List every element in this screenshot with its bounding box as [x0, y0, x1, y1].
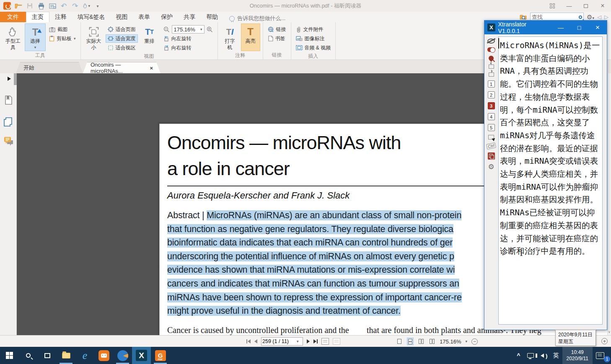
tray-chevron-icon[interactable]: ^: [513, 347, 523, 364]
close-button[interactable]: ×: [594, 0, 611, 12]
xtranslator-titlebar[interactable]: X Xtranslator V1.0.0.1 — □ ×: [484, 21, 607, 34]
select-region-icon[interactable]: [488, 135, 494, 139]
taskbar-clock[interactable]: 10:49 2020/9/11: [562, 347, 593, 364]
bookmark-button[interactable]: 书签: [266, 34, 288, 43]
robot-app-icon[interactable]: [94, 347, 113, 364]
tab-help[interactable]: 帮助: [201, 12, 223, 22]
browser-app-icon[interactable]: [113, 347, 132, 364]
actual-size-button[interactable]: 实际大小: [83, 23, 104, 51]
zoom-out-icon[interactable]: [163, 26, 170, 33]
typewriter-button[interactable]: TI 打字机: [220, 23, 240, 51]
hand-tool-button[interactable]: 手型工具: [3, 23, 23, 51]
taskbar-search-icon[interactable]: [19, 347, 38, 364]
hand-quick-icon[interactable]: ▾: [83, 2, 90, 10]
first-page-icon[interactable]: [246, 339, 251, 343]
hide-eye-icon[interactable]: [487, 39, 495, 44]
status-zoom-dropdown-icon[interactable]: ▾: [465, 339, 467, 343]
facing-view-icon[interactable]: [418, 338, 425, 345]
rotate-forward-icon[interactable]: [489, 72, 494, 77]
start-button[interactable]: [0, 347, 19, 364]
sidebar-splitter[interactable]: [14, 73, 17, 85]
xtranslator-taskbar-icon[interactable]: X: [132, 347, 151, 364]
screenshot-button[interactable]: 截图: [47, 25, 78, 34]
ctrl-hotkey-icon[interactable]: Ctrl: [486, 142, 496, 150]
rotate-right-button[interactable]: 向右旋转: [161, 44, 215, 52]
bookmark-panel-icon[interactable]: [3, 95, 13, 105]
fit-visible-button[interactable]: 适合视区: [106, 44, 138, 52]
volume-icon[interactable]: [537, 347, 550, 364]
rotate-back-icon[interactable]: [489, 65, 494, 69]
page-number-box[interactable]: ▾: [261, 337, 303, 346]
preset-3-button-active[interactable]: 3: [488, 102, 495, 109]
single-page-view-icon[interactable]: [396, 338, 403, 345]
foxit-taskbar-icon[interactable]: GPDF: [151, 347, 170, 364]
rotate-left-button[interactable]: 向左旋转: [161, 34, 215, 43]
xtranslator-minimize-button[interactable]: —: [551, 21, 570, 34]
sidebar-expand-icon[interactable]: [8, 77, 11, 81]
zoom-in-icon[interactable]: [207, 26, 213, 33]
status-zoom-out-icon[interactable]: −: [471, 338, 478, 345]
highlight-button[interactable]: T 高亮: [241, 23, 260, 51]
xtranslator-close-button[interactable]: ×: [588, 21, 607, 34]
file-attachment-button[interactable]: 文件附件: [294, 25, 333, 34]
file-explorer-icon[interactable]: [57, 347, 75, 364]
redo-icon[interactable]: ↷: [71, 2, 79, 10]
select-tool-button[interactable]: T 选择 ▾: [25, 23, 46, 51]
continuous-facing-view-icon[interactable]: [429, 338, 435, 345]
link-button[interactable]: 链接: [266, 25, 288, 34]
xtranslator-maximize-button[interactable]: □: [570, 21, 588, 34]
tab-share[interactable]: 共享: [178, 12, 201, 22]
comments-panel-icon[interactable]: [3, 136, 13, 146]
pin-icon[interactable]: [488, 55, 495, 62]
tab-fill-sign[interactable]: 填写&签名: [72, 12, 110, 22]
task-view-icon[interactable]: [38, 347, 57, 364]
clipboard-button[interactable]: 剪贴板 ▾: [47, 34, 78, 43]
action-center-icon[interactable]: 1: [593, 347, 611, 364]
tab-home[interactable]: 主页: [26, 12, 49, 22]
scroll-down-icon[interactable]: ∨: [608, 330, 611, 334]
reflow-button[interactable]: TT 重排: [139, 23, 160, 51]
close-tab-icon[interactable]: ×: [150, 65, 153, 71]
next-view-icon[interactable]: [333, 338, 340, 345]
minimize-button[interactable]: —: [561, 0, 577, 12]
tab-protect[interactable]: 保护: [155, 12, 178, 22]
tell-me-box[interactable]: 告诉我您想做什么...: [223, 15, 285, 22]
copy-icon[interactable]: [488, 152, 495, 160]
tab-start-page[interactable]: 开始: [16, 62, 83, 73]
page-number-input[interactable]: [262, 338, 297, 344]
continuous-view-icon[interactable]: [407, 338, 414, 345]
restore-button[interactable]: [577, 0, 594, 12]
open-file-icon[interactable]: [15, 2, 22, 10]
next-page-icon[interactable]: [307, 339, 310, 343]
ribbon-page-right-icon[interactable]: ▷: [604, 14, 608, 20]
find-settings-gear-icon[interactable]: ⚙▾: [587, 13, 594, 21]
settings-gear-icon[interactable]: ⚙: [488, 163, 494, 170]
layout-switch-icon[interactable]: [544, 0, 561, 12]
previous-page-icon[interactable]: [254, 339, 257, 343]
tab-comment[interactable]: 注释: [49, 12, 72, 22]
document-scrollbar[interactable]: ∨: [607, 73, 611, 335]
search-icon[interactable]: [579, 15, 582, 19]
preset-4-button[interactable]: 4: [488, 113, 495, 120]
find-input[interactable]: [532, 14, 579, 20]
preset-1-button[interactable]: 1: [488, 80, 495, 88]
tab-view[interactable]: 视图: [110, 12, 133, 22]
internet-explorer-icon[interactable]: e: [75, 347, 94, 364]
ribbon-page-left-icon[interactable]: ◁: [597, 14, 601, 20]
preset-2-button[interactable]: 2: [488, 91, 495, 98]
preset-5-button[interactable]: 5: [488, 124, 495, 131]
email-icon[interactable]: [49, 2, 56, 10]
save-icon[interactable]: [26, 2, 34, 10]
toggle-switch-icon[interactable]: [487, 47, 495, 52]
tab-document[interactable]: Oncomirs — microRNAs... ×: [83, 62, 161, 73]
translation-text-area[interactable]: MicroRNAs(MiRNAs)是一类丰富的非蛋白编码的小RNA，具有负基因调…: [498, 36, 603, 325]
input-language-indicator[interactable]: 英: [550, 347, 562, 364]
customize-toolbar-icon[interactable]: ▾: [94, 2, 101, 10]
image-annotation-button[interactable]: 图像标注: [294, 34, 333, 43]
tab-file[interactable]: 文件: [0, 12, 26, 22]
print-icon[interactable]: [37, 2, 45, 10]
status-zoom-in-icon[interactable]: +: [601, 338, 608, 344]
fit-page-button[interactable]: 适合页面: [106, 25, 138, 34]
thumbnails-panel-icon[interactable]: [3, 117, 13, 127]
zoom-combobox[interactable]: 175.16%▾: [172, 25, 205, 34]
